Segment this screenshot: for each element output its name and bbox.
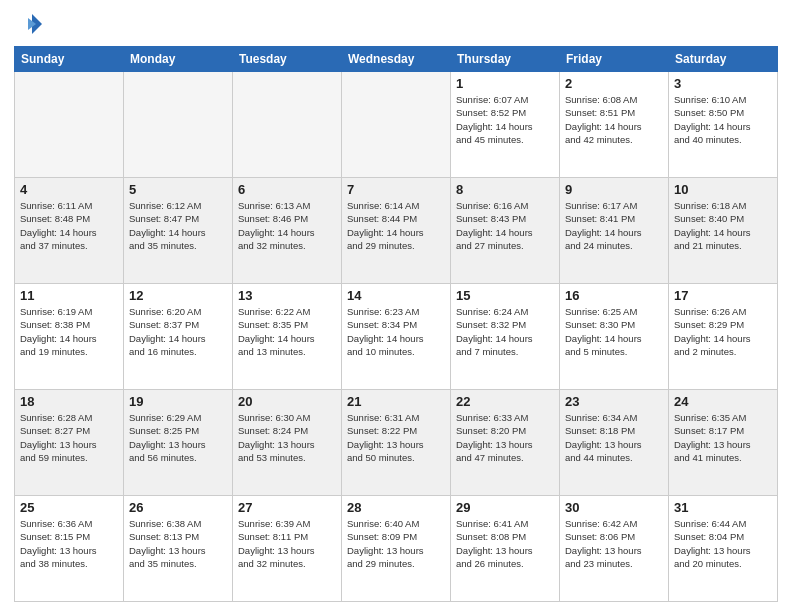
calendar-day: 20Sunrise: 6:30 AM Sunset: 8:24 PM Dayli… — [233, 390, 342, 496]
day-info: Sunrise: 6:42 AM Sunset: 8:06 PM Dayligh… — [565, 517, 663, 570]
day-number: 17 — [674, 288, 772, 303]
calendar-day: 14Sunrise: 6:23 AM Sunset: 8:34 PM Dayli… — [342, 284, 451, 390]
day-info: Sunrise: 6:17 AM Sunset: 8:41 PM Dayligh… — [565, 199, 663, 252]
calendar-day: 18Sunrise: 6:28 AM Sunset: 8:27 PM Dayli… — [15, 390, 124, 496]
calendar-day: 12Sunrise: 6:20 AM Sunset: 8:37 PM Dayli… — [124, 284, 233, 390]
calendar-day: 11Sunrise: 6:19 AM Sunset: 8:38 PM Dayli… — [15, 284, 124, 390]
day-number: 8 — [456, 182, 554, 197]
calendar-day: 7Sunrise: 6:14 AM Sunset: 8:44 PM Daylig… — [342, 178, 451, 284]
logo — [14, 10, 46, 38]
day-number: 29 — [456, 500, 554, 515]
day-number: 4 — [20, 182, 118, 197]
day-info: Sunrise: 6:07 AM Sunset: 8:52 PM Dayligh… — [456, 93, 554, 146]
calendar-week-row: 4Sunrise: 6:11 AM Sunset: 8:48 PM Daylig… — [15, 178, 778, 284]
day-info: Sunrise: 6:22 AM Sunset: 8:35 PM Dayligh… — [238, 305, 336, 358]
day-info: Sunrise: 6:16 AM Sunset: 8:43 PM Dayligh… — [456, 199, 554, 252]
calendar-header-friday: Friday — [560, 47, 669, 72]
calendar-day: 31Sunrise: 6:44 AM Sunset: 8:04 PM Dayli… — [669, 496, 778, 602]
calendar-week-row: 11Sunrise: 6:19 AM Sunset: 8:38 PM Dayli… — [15, 284, 778, 390]
day-number: 25 — [20, 500, 118, 515]
calendar-header-tuesday: Tuesday — [233, 47, 342, 72]
day-number: 1 — [456, 76, 554, 91]
calendar-day: 5Sunrise: 6:12 AM Sunset: 8:47 PM Daylig… — [124, 178, 233, 284]
calendar-day: 29Sunrise: 6:41 AM Sunset: 8:08 PM Dayli… — [451, 496, 560, 602]
calendar-week-row: 1Sunrise: 6:07 AM Sunset: 8:52 PM Daylig… — [15, 72, 778, 178]
day-number: 26 — [129, 500, 227, 515]
calendar-day: 13Sunrise: 6:22 AM Sunset: 8:35 PM Dayli… — [233, 284, 342, 390]
calendar-day: 27Sunrise: 6:39 AM Sunset: 8:11 PM Dayli… — [233, 496, 342, 602]
calendar-day: 25Sunrise: 6:36 AM Sunset: 8:15 PM Dayli… — [15, 496, 124, 602]
day-info: Sunrise: 6:33 AM Sunset: 8:20 PM Dayligh… — [456, 411, 554, 464]
calendar-week-row: 18Sunrise: 6:28 AM Sunset: 8:27 PM Dayli… — [15, 390, 778, 496]
day-number: 2 — [565, 76, 663, 91]
calendar-header-wednesday: Wednesday — [342, 47, 451, 72]
day-number: 23 — [565, 394, 663, 409]
day-number: 16 — [565, 288, 663, 303]
calendar-day — [342, 72, 451, 178]
day-number: 10 — [674, 182, 772, 197]
calendar-header-sunday: Sunday — [15, 47, 124, 72]
day-info: Sunrise: 6:23 AM Sunset: 8:34 PM Dayligh… — [347, 305, 445, 358]
day-info: Sunrise: 6:11 AM Sunset: 8:48 PM Dayligh… — [20, 199, 118, 252]
day-info: Sunrise: 6:35 AM Sunset: 8:17 PM Dayligh… — [674, 411, 772, 464]
day-info: Sunrise: 6:28 AM Sunset: 8:27 PM Dayligh… — [20, 411, 118, 464]
calendar-day: 4Sunrise: 6:11 AM Sunset: 8:48 PM Daylig… — [15, 178, 124, 284]
day-number: 5 — [129, 182, 227, 197]
header — [14, 10, 778, 38]
day-number: 13 — [238, 288, 336, 303]
calendar-day: 3Sunrise: 6:10 AM Sunset: 8:50 PM Daylig… — [669, 72, 778, 178]
day-number: 3 — [674, 76, 772, 91]
day-info: Sunrise: 6:24 AM Sunset: 8:32 PM Dayligh… — [456, 305, 554, 358]
day-info: Sunrise: 6:08 AM Sunset: 8:51 PM Dayligh… — [565, 93, 663, 146]
calendar-day: 2Sunrise: 6:08 AM Sunset: 8:51 PM Daylig… — [560, 72, 669, 178]
day-number: 9 — [565, 182, 663, 197]
day-number: 22 — [456, 394, 554, 409]
calendar-day — [124, 72, 233, 178]
calendar-header-monday: Monday — [124, 47, 233, 72]
day-info: Sunrise: 6:26 AM Sunset: 8:29 PM Dayligh… — [674, 305, 772, 358]
day-info: Sunrise: 6:19 AM Sunset: 8:38 PM Dayligh… — [20, 305, 118, 358]
day-info: Sunrise: 6:10 AM Sunset: 8:50 PM Dayligh… — [674, 93, 772, 146]
day-info: Sunrise: 6:29 AM Sunset: 8:25 PM Dayligh… — [129, 411, 227, 464]
day-number: 12 — [129, 288, 227, 303]
day-info: Sunrise: 6:41 AM Sunset: 8:08 PM Dayligh… — [456, 517, 554, 570]
day-info: Sunrise: 6:39 AM Sunset: 8:11 PM Dayligh… — [238, 517, 336, 570]
calendar-day: 1Sunrise: 6:07 AM Sunset: 8:52 PM Daylig… — [451, 72, 560, 178]
calendar-day: 10Sunrise: 6:18 AM Sunset: 8:40 PM Dayli… — [669, 178, 778, 284]
calendar-day: 21Sunrise: 6:31 AM Sunset: 8:22 PM Dayli… — [342, 390, 451, 496]
calendar-day: 30Sunrise: 6:42 AM Sunset: 8:06 PM Dayli… — [560, 496, 669, 602]
day-number: 31 — [674, 500, 772, 515]
calendar-day — [15, 72, 124, 178]
calendar-table: SundayMondayTuesdayWednesdayThursdayFrid… — [14, 46, 778, 602]
calendar-header-thursday: Thursday — [451, 47, 560, 72]
day-info: Sunrise: 6:38 AM Sunset: 8:13 PM Dayligh… — [129, 517, 227, 570]
day-number: 30 — [565, 500, 663, 515]
calendar-day: 24Sunrise: 6:35 AM Sunset: 8:17 PM Dayli… — [669, 390, 778, 496]
day-number: 21 — [347, 394, 445, 409]
day-info: Sunrise: 6:31 AM Sunset: 8:22 PM Dayligh… — [347, 411, 445, 464]
day-number: 6 — [238, 182, 336, 197]
calendar-week-row: 25Sunrise: 6:36 AM Sunset: 8:15 PM Dayli… — [15, 496, 778, 602]
calendar-day: 17Sunrise: 6:26 AM Sunset: 8:29 PM Dayli… — [669, 284, 778, 390]
calendar-day: 6Sunrise: 6:13 AM Sunset: 8:46 PM Daylig… — [233, 178, 342, 284]
day-number: 28 — [347, 500, 445, 515]
day-number: 20 — [238, 394, 336, 409]
day-info: Sunrise: 6:14 AM Sunset: 8:44 PM Dayligh… — [347, 199, 445, 252]
day-info: Sunrise: 6:36 AM Sunset: 8:15 PM Dayligh… — [20, 517, 118, 570]
day-info: Sunrise: 6:34 AM Sunset: 8:18 PM Dayligh… — [565, 411, 663, 464]
day-info: Sunrise: 6:20 AM Sunset: 8:37 PM Dayligh… — [129, 305, 227, 358]
day-number: 11 — [20, 288, 118, 303]
day-number: 14 — [347, 288, 445, 303]
day-info: Sunrise: 6:25 AM Sunset: 8:30 PM Dayligh… — [565, 305, 663, 358]
day-info: Sunrise: 6:40 AM Sunset: 8:09 PM Dayligh… — [347, 517, 445, 570]
day-number: 27 — [238, 500, 336, 515]
calendar-day: 26Sunrise: 6:38 AM Sunset: 8:13 PM Dayli… — [124, 496, 233, 602]
calendar-day: 28Sunrise: 6:40 AM Sunset: 8:09 PM Dayli… — [342, 496, 451, 602]
day-number: 18 — [20, 394, 118, 409]
logo-icon — [14, 10, 42, 38]
calendar-day: 8Sunrise: 6:16 AM Sunset: 8:43 PM Daylig… — [451, 178, 560, 284]
day-number: 19 — [129, 394, 227, 409]
day-info: Sunrise: 6:30 AM Sunset: 8:24 PM Dayligh… — [238, 411, 336, 464]
page: SundayMondayTuesdayWednesdayThursdayFrid… — [0, 0, 792, 612]
day-info: Sunrise: 6:44 AM Sunset: 8:04 PM Dayligh… — [674, 517, 772, 570]
